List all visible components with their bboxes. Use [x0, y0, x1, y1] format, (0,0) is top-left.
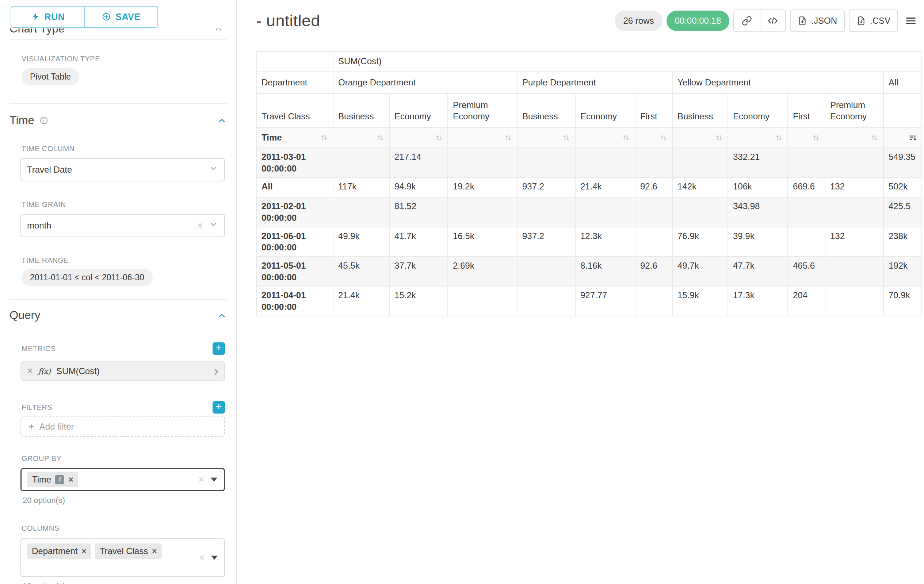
- pivot-value-cell: [448, 286, 517, 316]
- pivot-sort-cell[interactable]: [672, 127, 728, 148]
- remove-tag-icon[interactable]: ×: [152, 547, 157, 556]
- export-json-button[interactable]: .JSON: [790, 10, 845, 32]
- pivot-value-cell: 192k: [883, 257, 922, 286]
- columns-tag[interactable]: Travel Class ×: [95, 543, 162, 559]
- pivot-value-cell: [333, 197, 389, 227]
- visualization-type-value[interactable]: Pivot Table: [21, 68, 79, 86]
- pivot-value-cell: 17.3k: [728, 286, 788, 316]
- sort-icon[interactable]: [435, 134, 443, 141]
- group-by-options-hint: 20 option(s): [23, 496, 236, 505]
- table-row: 2011-04-01 00:00:0021.4k15.2k927.7715.9k…: [256, 286, 922, 316]
- pivot-value-cell: 132: [825, 227, 883, 257]
- pivot-sort-cell[interactable]: [883, 127, 922, 148]
- pivot-row-label: 2011-02-01 00:00:00: [256, 197, 333, 227]
- save-button[interactable]: SAVE: [84, 7, 157, 27]
- clear-icon[interactable]: ×: [198, 475, 204, 485]
- pivot-corner-cell: [256, 51, 333, 71]
- chevron-down-icon[interactable]: [211, 478, 217, 482]
- pivot-sort-cell[interactable]: [575, 127, 635, 148]
- chart-title[interactable]: - untitled: [256, 12, 320, 30]
- copy-link-button[interactable]: [734, 10, 760, 31]
- columns-tag[interactable]: Department ×: [27, 543, 91, 559]
- table-row: 2011-03-01 00:00:00217.14332.21549.35: [256, 148, 922, 178]
- sort-icon[interactable]: [660, 134, 667, 141]
- sort-icon[interactable]: [775, 134, 783, 141]
- pivot-value-cell: 2.69k: [448, 257, 517, 286]
- sort-icon[interactable]: [563, 134, 570, 141]
- time-grain-value: month: [27, 220, 51, 231]
- chevron-down-icon[interactable]: [209, 220, 218, 231]
- pivot-class-header: First: [788, 94, 825, 127]
- columns-select[interactable]: Department × Travel Class × ×: [20, 538, 225, 577]
- time-column-select[interactable]: Travel Date: [20, 158, 225, 181]
- chart-menu-button[interactable]: [905, 15, 917, 26]
- chevron-up-icon[interactable]: [217, 116, 227, 125]
- pivot-sort-cell[interactable]: [825, 127, 883, 148]
- plus-circle-icon: [102, 12, 111, 21]
- chevron-up-icon[interactable]: [217, 311, 227, 321]
- embed-code-button[interactable]: [760, 10, 785, 31]
- pivot-value-cell: 76.9k: [672, 227, 728, 257]
- pivot-sort-cell[interactable]: [788, 127, 825, 148]
- add-metric-button[interactable]: +: [213, 342, 225, 355]
- pivot-sort-cell[interactable]: [448, 127, 517, 148]
- pivot-value-cell: 465.6: [788, 257, 825, 286]
- time-section-title: Time: [10, 114, 34, 127]
- pivot-value-cell: 132: [825, 178, 883, 197]
- pivot-value-cell: 45.5k: [333, 257, 389, 286]
- clear-icon[interactable]: ×: [199, 553, 205, 563]
- chevron-down-icon[interactable]: [211, 556, 218, 560]
- pivot-sort-cell[interactable]: [389, 127, 448, 148]
- pivot-value-cell: 16.5k: [448, 227, 517, 257]
- remove-tag-icon[interactable]: ×: [68, 475, 73, 484]
- sort-icon[interactable]: [871, 134, 878, 141]
- pivot-value-cell: 343.98: [728, 197, 788, 227]
- sort-icon[interactable]: [504, 134, 512, 141]
- pivot-value-cell: 15.9k: [672, 286, 728, 316]
- run-save-button-group: RUN SAVE: [11, 6, 158, 28]
- pivot-sort-cell[interactable]: [728, 127, 788, 148]
- sort-descending-icon[interactable]: [909, 134, 917, 141]
- run-button[interactable]: RUN: [12, 7, 84, 27]
- pivot-class-header: Business: [672, 94, 728, 127]
- remove-tag-icon[interactable]: ×: [81, 547, 86, 556]
- pivot-sort-cell[interactable]: [635, 127, 672, 148]
- pivot-value-cell: [517, 197, 575, 227]
- tag-label: Travel Class: [100, 546, 148, 556]
- clear-icon[interactable]: ×: [197, 221, 203, 231]
- group-by-tag[interactable]: Time i ×: [27, 472, 78, 487]
- function-icon: ƒ(x): [38, 367, 51, 375]
- pivot-value-cell: 15.2k: [389, 286, 448, 316]
- time-grain-select[interactable]: month ×: [20, 214, 225, 237]
- chevron-right-icon[interactable]: ›: [214, 367, 218, 375]
- pivot-value-cell: [788, 197, 825, 227]
- sort-icon[interactable]: [715, 134, 723, 141]
- pivot-sort-cell[interactable]: [333, 127, 389, 148]
- add-filter-button[interactable]: + Add filter: [20, 416, 225, 437]
- metric-chip[interactable]: × ƒ(x) SUM(Cost) ›: [20, 361, 225, 381]
- pivot-value-cell: 937.2: [517, 178, 575, 197]
- pivot-time-header[interactable]: Time: [256, 127, 333, 148]
- add-filter-plus-button[interactable]: +: [213, 401, 225, 413]
- query-section-header[interactable]: Query: [10, 299, 227, 322]
- sort-icon[interactable]: [320, 133, 328, 141]
- pivot-class-header: Premium Economy: [825, 94, 883, 127]
- info-icon: i: [55, 475, 64, 484]
- time-range-value[interactable]: 2011-01-01 ≤ col < 2011-06-30: [21, 269, 153, 286]
- sort-icon[interactable]: [812, 134, 820, 141]
- columns-options-hint: 19 option(s): [23, 581, 236, 584]
- pivot-row-label: All: [256, 178, 333, 197]
- pivot-value-cell: 92.6: [635, 178, 672, 197]
- pivot-table: SUM(Cost)DepartmentOrange DepartmentPurp…: [256, 51, 922, 316]
- chevron-down-icon[interactable]: [209, 165, 218, 175]
- pivot-value-cell: 238k: [883, 227, 922, 257]
- pivot-department-label: Department: [256, 71, 333, 94]
- remove-metric-icon[interactable]: ×: [27, 366, 33, 376]
- sort-icon[interactable]: [622, 134, 630, 141]
- time-section-header[interactable]: Time: [10, 103, 227, 127]
- group-by-select[interactable]: Time i × ×: [20, 468, 225, 491]
- pivot-sort-cell[interactable]: [517, 127, 575, 148]
- sort-icon[interactable]: [376, 134, 384, 141]
- hamburger-menu-icon: [905, 15, 917, 26]
- export-csv-button[interactable]: .CSV: [849, 10, 898, 32]
